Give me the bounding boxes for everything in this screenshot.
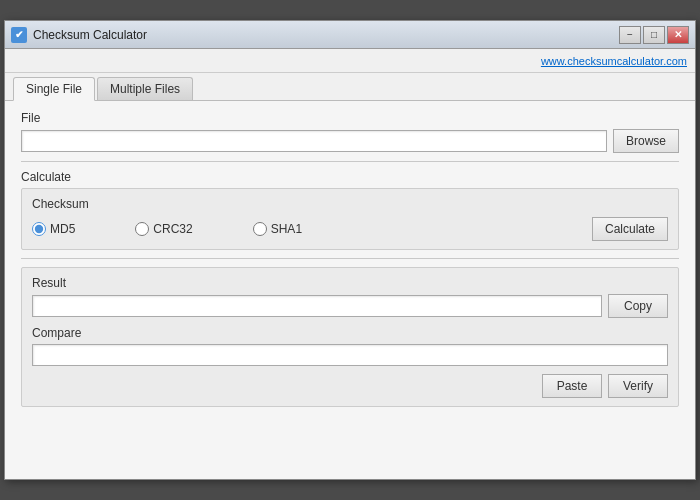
file-input[interactable] <box>21 130 607 152</box>
radio-group: MD5 CRC32 SHA1 <box>32 222 592 236</box>
radio-sha1-label: SHA1 <box>271 222 302 236</box>
browse-button[interactable]: Browse <box>613 129 679 153</box>
radio-md5-item[interactable]: MD5 <box>32 222 75 236</box>
radio-crc32-item[interactable]: CRC32 <box>135 222 192 236</box>
radio-sha1[interactable] <box>253 222 267 236</box>
tab-single-file[interactable]: Single File <box>13 77 95 101</box>
tab-multiple-files[interactable]: Multiple Files <box>97 77 193 100</box>
compare-input[interactable] <box>32 344 668 366</box>
calculate-label: Calculate <box>21 170 679 184</box>
compare-input-row <box>32 344 668 366</box>
window-controls: − □ ✕ <box>619 26 689 44</box>
window-title: Checksum Calculator <box>33 28 619 42</box>
divider-1 <box>21 161 679 162</box>
website-link[interactable]: www.checksumcalculator.com <box>541 55 687 67</box>
tab-content: File Browse Calculate Checksum MD5 <box>5 101 695 479</box>
radio-sha1-item[interactable]: SHA1 <box>253 222 302 236</box>
restore-button[interactable]: □ <box>643 26 665 44</box>
bottom-buttons: Paste Verify <box>32 374 668 398</box>
calculate-button[interactable]: Calculate <box>592 217 668 241</box>
app-icon: ✔ <box>11 27 27 43</box>
verify-button[interactable]: Verify <box>608 374 668 398</box>
radio-crc32-label: CRC32 <box>153 222 192 236</box>
radio-md5[interactable] <box>32 222 46 236</box>
paste-button[interactable]: Paste <box>542 374 602 398</box>
result-input[interactable] <box>32 295 602 317</box>
result-input-row: Copy <box>32 294 668 318</box>
result-section: Result Copy Compare Paste Verify <box>21 267 679 407</box>
main-window: ✔ Checksum Calculator − □ ✕ www.checksum… <box>4 20 696 480</box>
file-input-row: Browse <box>21 129 679 153</box>
compare-label: Compare <box>32 326 668 340</box>
result-label: Result <box>32 276 668 290</box>
divider-2 <box>21 258 679 259</box>
calculate-section: Calculate Checksum MD5 CRC32 <box>21 170 679 250</box>
close-button[interactable]: ✕ <box>667 26 689 44</box>
copy-button[interactable]: Copy <box>608 294 668 318</box>
calculate-box: Checksum MD5 CRC32 SHA1 <box>21 188 679 250</box>
title-bar: ✔ Checksum Calculator − □ ✕ <box>5 21 695 49</box>
checksum-label: Checksum <box>32 197 668 211</box>
file-section: File Browse <box>21 111 679 153</box>
radio-row: MD5 CRC32 SHA1 Calculate <box>32 217 668 241</box>
minimize-button[interactable]: − <box>619 26 641 44</box>
tab-bar: Single File Multiple Files <box>5 73 695 101</box>
radio-md5-label: MD5 <box>50 222 75 236</box>
file-label: File <box>21 111 679 125</box>
radio-crc32[interactable] <box>135 222 149 236</box>
menu-bar: www.checksumcalculator.com <box>5 49 695 73</box>
